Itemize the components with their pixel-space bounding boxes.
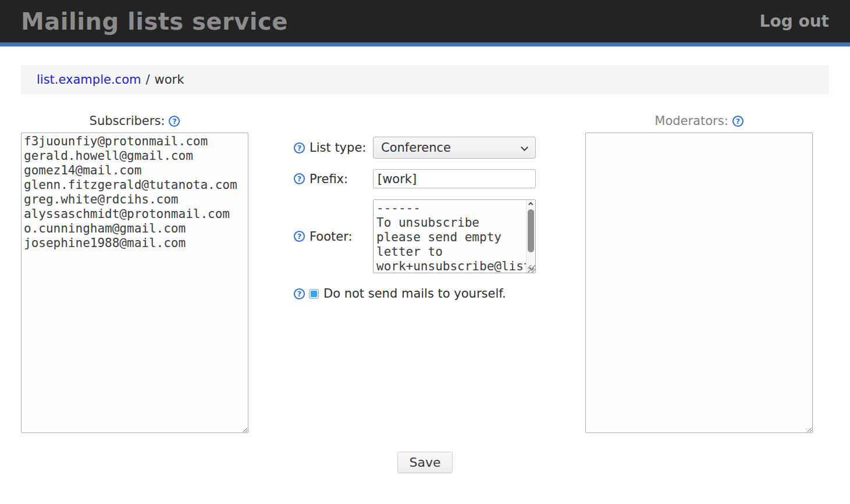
prefix-input[interactable] [373,169,536,188]
scrollbar-thumb[interactable] [528,209,534,252]
self-mail-label[interactable]: Do not send mails to yourself. [323,287,506,301]
help-icon[interactable]: ? [169,116,180,127]
footer-label: Footer: [310,230,353,244]
self-mail-checkbox[interactable] [309,289,319,299]
checkbox-checked-mark [311,291,317,297]
vertical-scrollbar[interactable] [526,200,535,273]
footer-row: ? Footer: ------ To unsubscribe please s… [294,199,536,273]
breadcrumb-current: work [155,73,184,87]
resize-handle[interactable] [528,265,535,273]
chevron-down-icon [521,144,528,151]
help-icon[interactable]: ? [294,231,305,242]
main-content: Subscribers: ? f3juounfiy@protonmail.com… [21,114,829,435]
moderators-label: Moderators: [655,114,728,128]
prefix-row: ? Prefix: [294,169,536,188]
scroll-up-button[interactable] [527,200,535,208]
list-type-label: List type: [310,141,366,155]
breadcrumb: list.example.com / work [21,65,829,94]
self-mail-row: ? Do not send mails to yourself. [294,287,536,301]
breadcrumb-domain-link[interactable]: list.example.com [37,73,141,87]
subscribers-header: Subscribers: ? [21,114,248,128]
help-icon[interactable]: ? [732,116,744,127]
app-header: Mailing lists service Log out [0,0,850,42]
list-type-select[interactable]: Conference [373,137,536,159]
subscribers-label: Subscribers: [90,114,165,128]
footer-lead: ? Footer: [294,230,373,244]
chevron-up-icon [528,202,533,206]
breadcrumb-separator: / [145,73,150,87]
help-icon[interactable]: ? [294,173,305,184]
list-settings-form: ? List type: Conference ? Prefix: ? Foot… [294,114,536,301]
accent-bar [0,42,850,47]
moderators-column: Moderators: ? [585,114,813,435]
help-icon[interactable]: ? [294,288,305,299]
moderators-textarea[interactable] [585,133,813,433]
prefix-lead: ? Prefix: [294,172,373,186]
list-type-lead: ? List type: [294,141,373,155]
save-button[interactable]: Save [397,452,452,473]
app-title: Mailing lists service [21,8,288,35]
list-type-selected-value: Conference [381,141,451,155]
footer-textarea[interactable]: ------ To unsubscribe please send empty … [373,199,536,273]
help-icon[interactable]: ? [294,142,305,153]
prefix-label: Prefix: [310,172,348,186]
footer-textarea-wrap: ------ To unsubscribe please send empty … [373,199,536,273]
save-row: Save [0,452,850,473]
logout-link[interactable]: Log out [760,12,829,31]
subscribers-column: Subscribers: ? f3juounfiy@protonmail.com… [21,114,248,435]
list-type-row: ? List type: Conference [294,137,536,159]
subscribers-textarea[interactable]: f3juounfiy@protonmail.com gerald.howell@… [21,133,248,433]
moderators-header: Moderators: ? [585,114,813,128]
